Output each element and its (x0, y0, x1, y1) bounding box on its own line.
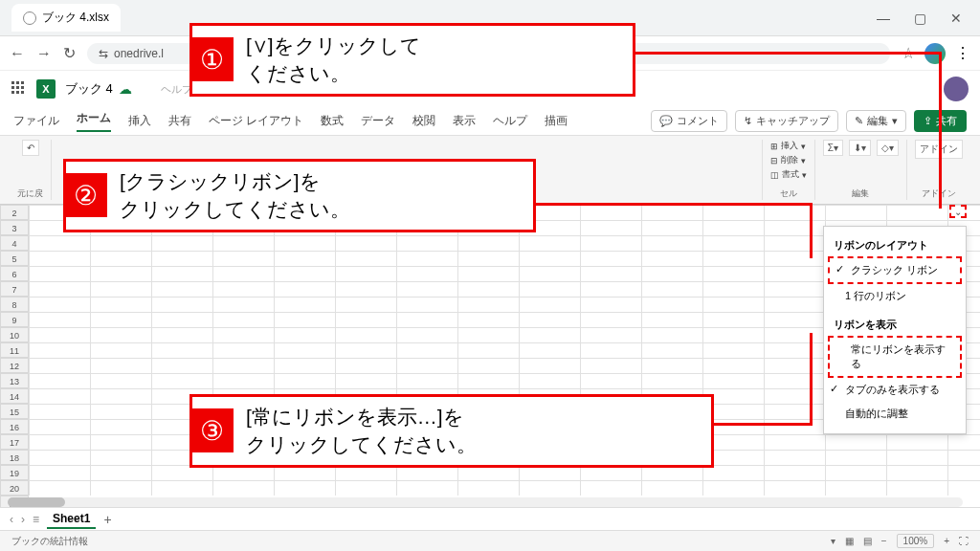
workbook-statistics[interactable]: ブックの統計情報 (11, 535, 88, 548)
kebab-icon[interactable]: ⋮ (955, 44, 970, 62)
comment-icon: 💬 (659, 115, 673, 127)
row-header[interactable]: 15 (0, 404, 29, 419)
tab-formulas[interactable]: 数式 (321, 113, 344, 129)
zoom-level[interactable]: 100% (897, 534, 935, 548)
user-avatar[interactable] (944, 77, 969, 101)
catchup-icon: ↯ (744, 115, 752, 127)
ribbon-display-options-button[interactable]: ⌄ (949, 205, 967, 218)
tab-home[interactable]: ホーム (77, 110, 111, 132)
tab-insert[interactable]: 挿入 (128, 113, 151, 129)
view-pagebreak-icon[interactable]: ▤ (863, 536, 872, 546)
callout-number-1: ① (189, 37, 234, 81)
cells-group-label: セル (780, 187, 797, 200)
comments-button[interactable]: 💬コメント (651, 110, 727, 132)
clear-icon[interactable]: ◇▾ (877, 140, 899, 156)
row-header[interactable]: 2 (0, 205, 29, 220)
fullscreen-icon[interactable]: ⛶ (959, 536, 969, 546)
tab-file[interactable]: ファイル (13, 113, 59, 129)
arrow-3-vertical (810, 333, 813, 426)
app-launcher-icon[interactable] (11, 81, 27, 97)
editing-group-label: 編集 (852, 187, 869, 200)
zoom-in-button[interactable]: + (944, 536, 949, 546)
tab-review[interactable]: 校閲 (412, 113, 435, 129)
tab-view[interactable]: 表示 (453, 113, 476, 129)
arrow-1-horizontal (635, 52, 942, 55)
option-auto-adjust[interactable]: 自動的に調整 (824, 402, 966, 426)
arrow-2-vertical (810, 203, 813, 258)
row-header[interactable]: 18 (0, 450, 29, 465)
tab-draw[interactable]: 描画 (545, 113, 568, 129)
add-sheet-button[interactable]: + (103, 512, 111, 527)
option-classic-ribbon[interactable]: クラシック リボン (828, 256, 962, 284)
row-header[interactable]: 12 (0, 358, 29, 373)
callout-number-3: ③ (189, 408, 234, 452)
annotation-callout-3: ③ [常にリボンを表示…]をクリックしてください。 (189, 394, 714, 468)
option-always-show-ribbon[interactable]: 常にリボンを表示する (828, 336, 962, 378)
maximize-icon[interactable]: ▢ (911, 10, 928, 27)
tab-title: ブック 4.xlsx (42, 10, 109, 26)
back-icon[interactable]: ← (10, 45, 25, 62)
arrow-3-horizontal (714, 423, 810, 426)
site-info-icon: ⇆ (99, 47, 108, 60)
insert-cells-icon: ⊞ (770, 142, 778, 151)
view-normal-icon[interactable]: ▾ (831, 536, 835, 546)
option-single-line-ribbon[interactable]: 1 行のリボン (824, 284, 966, 308)
url-text: onedrive.l (114, 47, 164, 60)
row-header[interactable]: 19 (0, 465, 29, 480)
fill-icon[interactable]: ⬇▾ (849, 140, 871, 156)
row-header[interactable]: 3 (0, 220, 29, 235)
callout-number-2: ② (63, 173, 107, 217)
row-header[interactable]: 13 (0, 373, 29, 388)
undo-icon[interactable]: ↶ (22, 140, 39, 156)
row-header[interactable]: 14 (0, 388, 29, 404)
edit-button[interactable]: ✎編集▾ (846, 110, 906, 132)
reload-icon[interactable]: ↻ (63, 44, 76, 62)
option-show-tabs-only[interactable]: タブのみを表示する (824, 378, 966, 402)
cells-format-button[interactable]: ◫書式▾ (770, 168, 807, 181)
annotation-callout-1: ① [∨]をクリックしてください。 (189, 23, 635, 97)
row-header[interactable]: 11 (0, 342, 29, 358)
row-header[interactable]: 5 (0, 251, 29, 266)
row-header[interactable]: 9 (0, 312, 29, 327)
sheet-nav-next-icon[interactable]: › (21, 513, 25, 526)
row-header[interactable]: 16 (0, 419, 29, 434)
cloud-saved-icon: ☁ (119, 81, 132, 97)
chevron-down-icon: ▾ (892, 115, 898, 127)
arrow-1-vertical (939, 52, 942, 209)
forward-icon[interactable]: → (36, 45, 52, 62)
zoom-out-button[interactable]: − (881, 536, 887, 546)
tab-data[interactable]: データ (361, 113, 395, 129)
catchup-button[interactable]: ↯キャッチアップ (735, 110, 838, 132)
row-header[interactable]: 8 (0, 297, 29, 312)
row-header[interactable]: 6 (0, 266, 29, 281)
sheet-tab-sheet1[interactable]: Sheet1 (47, 510, 96, 529)
cells-insert-button[interactable]: ⊞挿入▾ (770, 140, 807, 152)
close-icon[interactable]: ✕ (947, 10, 965, 27)
minimize-icon[interactable]: — (875, 10, 892, 27)
sheet-nav-prev-icon[interactable]: ‹ (10, 513, 13, 526)
row-header[interactable]: 4 (0, 235, 29, 251)
format-cells-icon: ◫ (770, 170, 779, 180)
cells-delete-button[interactable]: ⊟削除▾ (770, 154, 807, 166)
tab-share[interactable]: 共有 (168, 113, 191, 129)
tab-pagelayout[interactable]: ページ レイアウト (209, 113, 303, 129)
document-title[interactable]: ブック 4 (65, 80, 113, 98)
excel-logo-icon: X (36, 79, 56, 99)
tab-help[interactable]: ヘルプ (493, 113, 527, 129)
view-pagelayout-icon[interactable]: ▦ (845, 536, 854, 546)
undo-label: 元に戻 (17, 187, 43, 200)
delete-cells-icon: ⊟ (770, 156, 778, 165)
horizontal-scrollbar[interactable] (8, 497, 963, 507)
row-header[interactable]: 7 (0, 281, 29, 297)
browser-tab[interactable]: ブック 4.xlsx (11, 4, 121, 32)
row-header[interactable]: 17 (0, 434, 29, 450)
pencil-icon: ✎ (855, 115, 863, 127)
popup-heading-show: リボンを表示 (824, 314, 966, 336)
annotation-callout-2: ② [クラシックリボン]をクリックしてください。 (63, 159, 536, 232)
popup-heading-layout: リボンのレイアウト (824, 234, 966, 256)
autosum-icon[interactable]: Σ▾ (823, 140, 843, 156)
ribbon-options-popup: リボンのレイアウト クラシック リボン 1 行のリボン リボンを表示 常にリボン… (823, 226, 967, 434)
row-header[interactable]: 10 (0, 327, 29, 342)
sheet-list-icon[interactable]: ≡ (33, 513, 39, 526)
row-header[interactable]: 20 (0, 480, 29, 496)
